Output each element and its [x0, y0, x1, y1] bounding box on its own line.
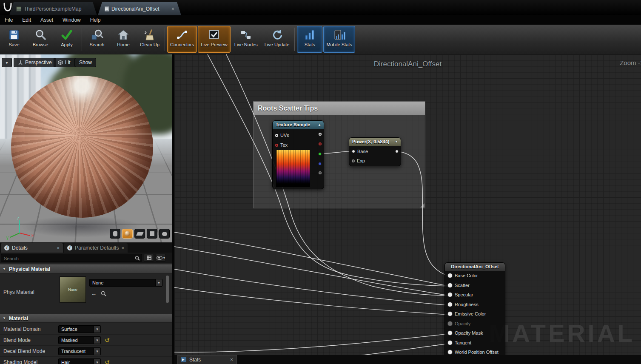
mobile-stats-button[interactable]: Mobile Stats [323, 26, 355, 53]
mesh-shape-button[interactable] [159, 229, 170, 239]
window-tab-label: DirectionalAni_Offset [111, 6, 160, 12]
emissive-color-pin-row: Emissive Color [445, 309, 505, 319]
power-node-title: Power(X, 0.5844) [352, 139, 389, 144]
menu-file[interactable]: File [0, 16, 17, 24]
sphere-shape-button[interactable] [122, 229, 133, 239]
close-icon[interactable]: × [171, 6, 174, 12]
window-tab-thirdpersonexamplemap[interactable]: ThirdPersonExampleMap [9, 2, 97, 15]
search-button[interactable]: Search [84, 26, 110, 53]
tab-parameter-defaults[interactable]: i Parameter Defaults × [64, 243, 128, 253]
save-label: Save [9, 42, 19, 47]
stats-button[interactable]: Stats [297, 26, 322, 53]
stats-panel-label: Stats [189, 357, 201, 363]
specular-pin[interactable] [448, 293, 452, 297]
physical-material-section-header[interactable]: ▼ Physical Material [0, 264, 172, 273]
teapot-icon [162, 232, 167, 236]
window-tab-directionalani-offset[interactable]: DirectionalAni_Offset × [98, 2, 181, 15]
connectors-button[interactable]: Connectors [167, 26, 197, 53]
clean-up-icon [143, 28, 156, 41]
menu-edit[interactable]: Edit [17, 16, 36, 24]
menu-help[interactable]: Help [85, 16, 105, 24]
decal-blend-mode-dropdown[interactable]: Translucent ▾ [58, 347, 101, 355]
power-node[interactable]: Power(X, 0.5844) ▼ Base Exp [349, 137, 401, 166]
perspective-button[interactable]: Perspective [14, 58, 56, 67]
property-matrix-button[interactable] [144, 254, 154, 262]
chevron-down-icon: ▾ [163, 256, 165, 260]
viewport-options-button[interactable]: ▾ [2, 58, 12, 67]
texture-sample-node-header[interactable]: Texture Sample ▲ [273, 121, 324, 129]
tab-details[interactable]: i Details × [1, 243, 63, 253]
tex-input-pin[interactable] [275, 144, 278, 147]
scatter-label: Scatter [455, 283, 470, 288]
tab-details-label: Details [12, 245, 28, 251]
view-options-button[interactable]: ▾ [156, 254, 166, 262]
opacity-mask-pin[interactable] [448, 331, 452, 335]
menu-window[interactable]: Window [58, 16, 85, 24]
cylinder-icon [113, 231, 117, 236]
reset-to-default-icon[interactable]: ↺ [105, 358, 110, 364]
world-position-offset-pin[interactable] [448, 350, 452, 354]
close-icon[interactable]: × [230, 357, 233, 363]
phys-material-dropdown[interactable]: None ▾ [89, 279, 162, 287]
search-icon [135, 256, 140, 261]
base-input-pin[interactable] [352, 150, 355, 153]
save-icon [8, 28, 20, 41]
lit-button[interactable]: Lit [54, 58, 75, 67]
chevron-down-icon: ▾ [94, 337, 100, 344]
g-output-pin[interactable] [318, 152, 322, 156]
material-result-node-header[interactable]: DirectionalAni_Offset [445, 263, 505, 271]
stats-panel-tab[interactable]: Stats × [177, 355, 237, 364]
collapse-up-icon[interactable]: ▲ [318, 121, 321, 129]
apply-button[interactable]: Apply [54, 26, 80, 53]
axis-z-label: Z [17, 216, 19, 221]
uvs-input-pin[interactable] [275, 134, 278, 137]
live-preview-button[interactable]: Live Preview [198, 26, 230, 53]
close-icon[interactable]: × [122, 245, 124, 250]
toolbar-separator [165, 28, 165, 51]
menu-asset[interactable]: Asset [36, 16, 58, 24]
phys-material-thumbnail[interactable]: None [60, 276, 86, 303]
shading-model-dropdown[interactable]: Hair ▾ [58, 358, 101, 364]
emissive-color-pin[interactable] [448, 312, 452, 316]
search-field[interactable] [1, 254, 142, 262]
tangent-pin[interactable] [448, 341, 452, 345]
cylinder-shape-button[interactable] [110, 229, 120, 239]
specular-pin-row: Specular [445, 290, 505, 300]
close-icon[interactable]: × [57, 245, 60, 250]
exp-input-pin[interactable] [352, 159, 355, 162]
clean-up-button[interactable]: Clean Up [137, 26, 162, 53]
base-color-pin[interactable] [448, 273, 452, 278]
power-node-header[interactable]: Power(X, 0.5844) ▼ [349, 138, 401, 146]
scatter-pin[interactable] [448, 283, 452, 287]
r-output-pin[interactable] [319, 142, 322, 145]
blend-mode-dropdown[interactable]: Masked ▾ [58, 336, 101, 344]
material-domain-dropdown[interactable]: Surface ▾ [58, 325, 101, 333]
browse-button[interactable]: Browse [28, 26, 53, 53]
browse-to-asset-icon[interactable] [101, 291, 106, 296]
details-scrollbar[interactable] [166, 276, 169, 303]
a-output-pin[interactable] [319, 171, 322, 174]
show-button[interactable]: Show [75, 58, 96, 67]
reset-to-default-icon[interactable]: ↺ [105, 336, 110, 344]
plane-shape-button[interactable] [134, 229, 145, 239]
collapse-down-icon[interactable]: ▼ [395, 138, 398, 146]
material-section-header[interactable]: ▼ Material [0, 314, 172, 323]
cube-shape-button[interactable] [147, 229, 157, 239]
search-input[interactable] [1, 255, 142, 262]
use-selected-asset-icon[interactable]: ← [91, 290, 97, 297]
exp-input-label: Exp [357, 158, 365, 163]
live-nodes-button[interactable]: Live Nodes [231, 26, 261, 53]
material-result-node[interactable]: DirectionalAni_Offset Base Color Scatter… [444, 262, 505, 355]
home-button[interactable]: Home [111, 26, 136, 53]
rgb-output-pin[interactable] [319, 133, 322, 136]
save-button[interactable]: Save [1, 26, 27, 53]
opacity-mask-label: Opacity Mask [455, 330, 483, 336]
power-output-pin[interactable] [395, 150, 399, 153]
texture-sample-node[interactable]: Texture Sample ▲ UVs Tex [272, 120, 324, 189]
material-graph-canvas[interactable]: DirectionalAni_Offset Zoom -1 MATERIAL R… [174, 54, 641, 355]
b-output-pin[interactable] [318, 162, 322, 165]
roughness-pin[interactable] [448, 302, 452, 307]
window-tab-label: ThirdPersonExampleMap [24, 6, 81, 12]
preview-viewport[interactable]: ▾ Perspective Lit Show Z [0, 54, 172, 242]
live-update-button[interactable]: Live Update [262, 26, 293, 53]
